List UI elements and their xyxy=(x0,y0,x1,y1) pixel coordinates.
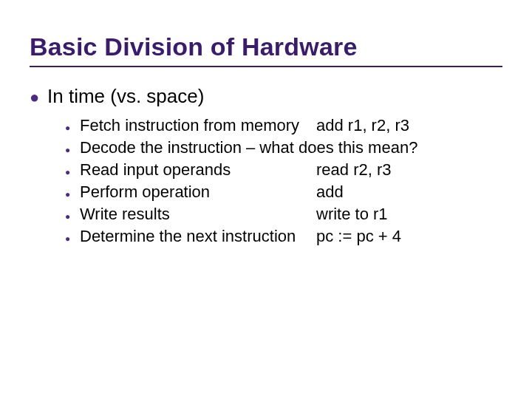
step-example: pc := pc + 4 xyxy=(316,226,502,247)
bullet-icon: ● xyxy=(30,89,47,106)
step-text: Fetch instruction from memory xyxy=(80,115,316,136)
list-item: ● Write results write to r1 xyxy=(65,204,502,226)
step-example: add r1, r2, r3 xyxy=(316,115,502,136)
bullet-level1: ● In time (vs. space) xyxy=(30,85,502,108)
list-item: ● Read input operands read r2, r3 xyxy=(65,160,502,182)
sub-bullet-list: ● Fetch instruction from memory add r1, … xyxy=(65,115,502,248)
step-example: add xyxy=(316,182,502,202)
step-text: Perform operation xyxy=(80,182,316,202)
list-item: ● Decode the instruction – what does thi… xyxy=(65,137,502,160)
bullet-icon: ● xyxy=(65,163,80,182)
bullet-icon: ● xyxy=(65,118,80,137)
slide-title: Basic Division of Hardware xyxy=(30,33,502,61)
step-text: Determine the next instruction xyxy=(80,226,316,247)
list-item: ● Determine the next instruction pc := p… xyxy=(65,226,502,248)
level1-text: In time (vs. space) xyxy=(47,85,204,108)
bullet-icon: ● xyxy=(65,207,80,226)
bullet-icon: ● xyxy=(65,229,80,248)
bullet-icon: ● xyxy=(65,140,80,160)
step-example: read r2, r3 xyxy=(316,160,502,180)
step-text: Write results xyxy=(80,204,316,225)
step-text: Read input operands xyxy=(80,160,316,180)
step-text: Decode the instruction – what does this … xyxy=(80,137,502,158)
title-underline xyxy=(30,66,502,67)
bullet-icon: ● xyxy=(65,185,80,204)
list-item: ● Perform operation add xyxy=(65,182,502,204)
step-example: write to r1 xyxy=(316,204,502,225)
slide: Basic Division of Hardware ● In time (vs… xyxy=(0,0,532,399)
list-item: ● Fetch instruction from memory add r1, … xyxy=(65,115,502,137)
